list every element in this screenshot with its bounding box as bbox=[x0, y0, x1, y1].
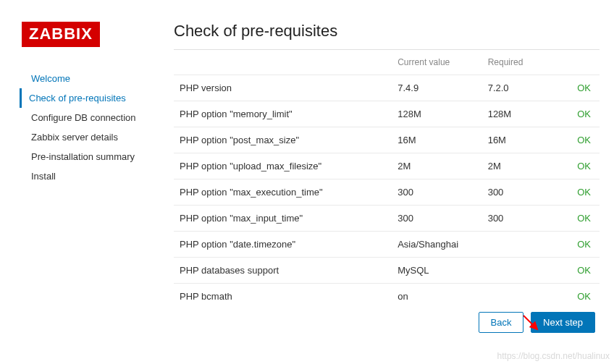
cell-current: 128M bbox=[392, 101, 481, 127]
cell-name: PHP bcmath bbox=[174, 284, 392, 304]
zabbix-logo: ZABBIX bbox=[22, 22, 100, 47]
cell-required bbox=[482, 232, 558, 258]
table-row: PHP option "date.timezone"Asia/ShanghaiO… bbox=[174, 232, 600, 258]
cell-required: 300 bbox=[482, 206, 558, 232]
page-title: Check of pre-requisites bbox=[174, 22, 600, 41]
back-button[interactable]: Back bbox=[479, 312, 524, 333]
wizard-nav: WelcomeCheck of pre-requisitesConfigure … bbox=[22, 69, 174, 186]
cell-current: Asia/Shanghai bbox=[392, 232, 481, 258]
status-ok: OK bbox=[577, 291, 591, 302]
status-ok: OK bbox=[577, 187, 591, 198]
cell-required: 7.2.0 bbox=[482, 75, 558, 101]
cell-required: 16M bbox=[482, 127, 558, 153]
cell-name: PHP option "post_max_size" bbox=[174, 127, 392, 153]
cell-status: OK bbox=[557, 153, 600, 179]
header-required: Required bbox=[482, 50, 558, 75]
cell-name: PHP option "upload_max_filesize" bbox=[174, 153, 392, 179]
cell-status: OK bbox=[557, 232, 600, 258]
cell-status: OK bbox=[557, 75, 600, 101]
nav-item: Install bbox=[22, 166, 174, 186]
nav-item[interactable]: Welcome bbox=[22, 69, 174, 88]
table-row: PHP option "max_execution_time"300300OK bbox=[174, 179, 600, 206]
nav-item: Configure DB connection bbox=[22, 108, 174, 127]
cell-current: on bbox=[392, 284, 481, 304]
table-row: PHP version7.4.97.2.0OK bbox=[174, 75, 600, 101]
table-row: PHP databases supportMySQLOK bbox=[174, 258, 600, 284]
header-name bbox=[174, 50, 392, 75]
status-ok: OK bbox=[577, 265, 591, 276]
cell-current: 300 bbox=[392, 206, 481, 232]
status-ok: OK bbox=[577, 161, 591, 172]
cell-current: MySQL bbox=[392, 258, 481, 284]
status-ok: OK bbox=[577, 82, 591, 93]
cell-required: 300 bbox=[482, 179, 558, 206]
cell-status: OK bbox=[557, 284, 600, 304]
cell-name: PHP option "max_execution_time" bbox=[174, 179, 392, 206]
cell-name: PHP databases support bbox=[174, 258, 392, 284]
status-ok: OK bbox=[577, 109, 591, 119]
cell-required bbox=[482, 258, 558, 284]
cell-current: 7.4.9 bbox=[392, 75, 481, 101]
table-row: PHP bcmathonOK bbox=[174, 284, 600, 304]
cell-current: 300 bbox=[392, 179, 481, 206]
cell-required: 2M bbox=[482, 153, 558, 179]
cell-status: OK bbox=[557, 258, 600, 284]
next-step-button[interactable]: Next step bbox=[531, 312, 595, 333]
header-status bbox=[557, 50, 600, 75]
nav-item: Pre-installation summary bbox=[22, 147, 174, 166]
cell-name: PHP option "memory_limit" bbox=[174, 101, 392, 127]
requisites-table-scroll[interactable]: Current value Required PHP version7.4.97… bbox=[174, 49, 600, 303]
nav-item: Zabbix server details bbox=[22, 127, 174, 147]
cell-current: 2M bbox=[392, 153, 481, 179]
cell-status: OK bbox=[557, 101, 600, 127]
nav-item: Check of pre-requisites bbox=[20, 88, 174, 108]
cell-name: PHP option "max_input_time" bbox=[174, 206, 392, 232]
requisites-table: Current value Required PHP version7.4.97… bbox=[174, 50, 600, 303]
cell-required: 128M bbox=[482, 101, 558, 127]
status-ok: OK bbox=[577, 135, 591, 145]
status-ok: OK bbox=[577, 213, 591, 224]
cell-status: OK bbox=[557, 179, 600, 206]
header-current: Current value bbox=[392, 50, 481, 75]
watermark-text: https://blog.csdn.net/hualinux bbox=[497, 351, 610, 361]
cell-status: OK bbox=[557, 206, 600, 232]
table-row: PHP option "max_input_time"300300OK bbox=[174, 206, 600, 232]
cell-current: 16M bbox=[392, 127, 481, 153]
cell-name: PHP version bbox=[174, 75, 392, 101]
table-row: PHP option "post_max_size"16M16MOK bbox=[174, 127, 600, 153]
cell-required bbox=[482, 284, 558, 304]
status-ok: OK bbox=[577, 239, 591, 250]
cell-status: OK bbox=[557, 127, 600, 153]
table-row: PHP option "memory_limit"128M128MOK bbox=[174, 101, 600, 127]
table-row: PHP option "upload_max_filesize"2M2MOK bbox=[174, 153, 600, 179]
cell-name: PHP option "date.timezone" bbox=[174, 232, 392, 258]
